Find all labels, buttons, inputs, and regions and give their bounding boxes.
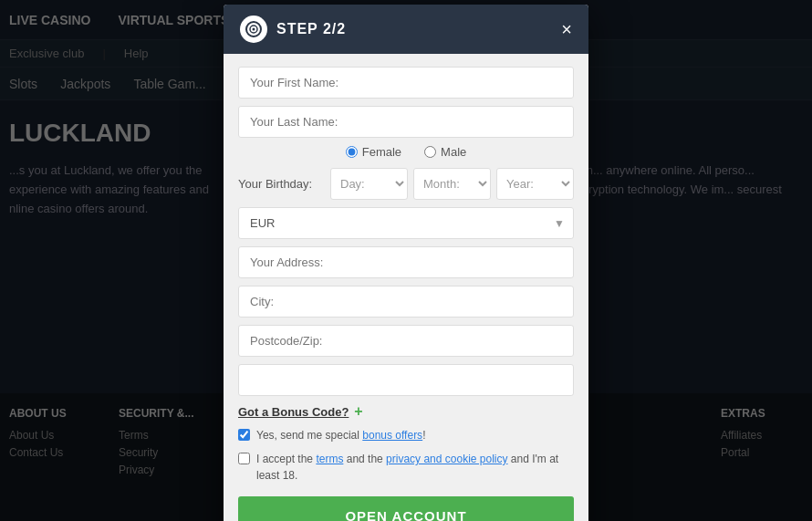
modal-title: STEP 2/2 [276,21,346,37]
currency-wrapper: EUR USD GBP ▼ [238,207,574,239]
address-input[interactable] [238,246,574,278]
extra-field-input[interactable] [238,364,574,396]
open-account-button[interactable]: OPEN ACCOUNT [238,496,574,521]
currency-select[interactable]: EUR USD GBP [238,207,574,239]
birthday-day-select[interactable]: Day: [330,168,408,200]
terms-link[interactable]: terms [316,453,343,465]
gender-radio-group: Female Male [238,145,574,159]
gender-female-text: Female [362,145,401,159]
postcode-input[interactable] [238,325,574,357]
birthday-label: Your Birthday: [238,177,325,191]
special-offers-checkbox-row: Yes, send me special bonus offers! [238,427,574,443]
birthday-row: Your Birthday: Day: Month: Year: [238,168,574,200]
gender-female-radio[interactable] [346,146,358,158]
gender-male-label[interactable]: Male [424,145,466,159]
gender-male-text: Male [441,145,466,159]
modal-header: STEP 2/2 × [224,5,588,54]
special-offers-text: Yes, send me special bonus offers! [256,427,425,443]
terms-checkbox-row: I accept the terms and the privacy and c… [238,451,574,484]
modal-body: Female Male Your Birthday: Day: Month: Y… [224,54,588,521]
bonus-code-row[interactable]: Got a Bonus Code? + [238,403,574,420]
first-name-input[interactable] [238,67,574,99]
birthday-year-select[interactable]: Year: [496,168,574,200]
bonus-code-text: Got a Bonus Code? [238,405,349,419]
birthday-month-select[interactable]: Month: [413,168,491,200]
bonus-plus-icon: + [354,403,362,420]
privacy-policy-link[interactable]: privacy and cookie policy [386,453,507,465]
registration-modal: STEP 2/2 × Female Male Your Birt [224,5,588,521]
gender-female-label[interactable]: Female [346,145,401,159]
modal-close-button[interactable]: × [561,20,572,38]
city-input[interactable] [238,286,574,318]
terms-checkbox[interactable] [238,453,250,464]
terms-text: I accept the terms and the privacy and c… [256,451,574,484]
modal-header-left: STEP 2/2 [240,16,346,43]
gender-male-radio[interactable] [424,146,436,158]
svg-point-2 [253,28,255,31]
modal-overlay: STEP 2/2 × Female Male Your Birt [0,0,812,521]
bonus-offers-link[interactable]: bonus offers [362,429,422,442]
modal-logo [240,16,267,43]
special-offers-checkbox[interactable] [238,429,250,441]
last-name-input[interactable] [238,106,574,138]
